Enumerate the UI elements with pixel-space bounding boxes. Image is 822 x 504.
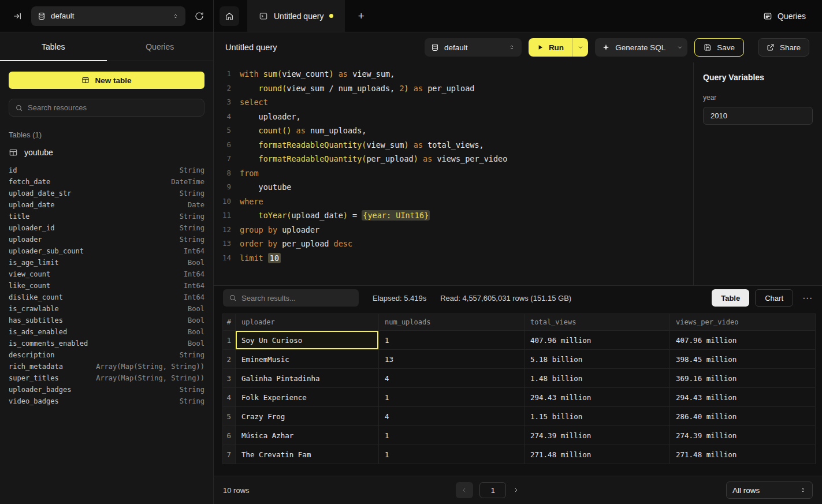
results-column-header[interactable]: uploader — [236, 313, 379, 331]
results-column-header[interactable]: total_views — [525, 313, 670, 331]
table-cell[interactable]: 1 — [379, 388, 525, 407]
code-line: 4 uploader, — [214, 110, 693, 124]
column-item[interactable]: uploader_idString — [9, 222, 204, 234]
column-item[interactable]: view_countInt64 — [9, 268, 204, 280]
column-item[interactable]: is_age_limitBool — [9, 257, 204, 268]
table-cell[interactable]: 271.48 million — [525, 445, 670, 464]
column-item[interactable]: is_comments_enabledBool — [9, 338, 204, 349]
table-cell[interactable]: Folk Experience — [236, 388, 379, 407]
table-cell[interactable]: 1.15 billion — [525, 407, 670, 426]
table-cell[interactable]: 407.96 million — [670, 331, 816, 350]
table-cell[interactable]: The Crevatin Fam — [236, 445, 379, 464]
table-cell[interactable]: 369.16 million — [670, 369, 816, 388]
table-view-button[interactable]: Table — [712, 289, 749, 307]
column-item[interactable]: fetch_dateDateTime — [9, 176, 204, 188]
results-search-input[interactable] — [241, 294, 353, 303]
code-line: 8from — [214, 166, 693, 181]
row-number: 3 — [222, 369, 236, 388]
chart-view-button[interactable]: Chart — [755, 289, 793, 307]
refresh-button[interactable] — [195, 12, 204, 21]
column-name: is_comments_enabled — [9, 339, 88, 348]
share-button[interactable]: Share — [758, 38, 809, 57]
column-item[interactable]: titleString — [9, 211, 204, 222]
run-button[interactable]: Run — [529, 38, 572, 57]
column-item[interactable]: upload_date_strString — [9, 188, 204, 199]
results-column-header[interactable]: # — [222, 313, 236, 331]
page-input[interactable] — [479, 482, 506, 498]
generate-sql-options-button[interactable] — [672, 38, 687, 57]
table-cell[interactable]: Música Azhar — [236, 426, 379, 445]
sql-editor[interactable]: 1with sum(view_count) as view_sum,2 roun… — [214, 62, 693, 285]
table-row: 4Folk Experience1294.43 million294.43 mi… — [222, 388, 816, 407]
table-cell[interactable]: 1.48 billion — [525, 369, 670, 388]
code-line: 12group by uploader — [214, 223, 693, 237]
prev-page-button[interactable] — [456, 482, 473, 498]
home-button[interactable] — [220, 6, 239, 26]
table-cell[interactable]: 274.39 million — [525, 426, 670, 445]
column-name: dislike_count — [9, 293, 63, 301]
table-cell[interactable]: 1 — [379, 331, 525, 350]
table-item-youtube[interactable]: youtube — [9, 145, 204, 160]
table-cell[interactable]: 398.45 million — [670, 350, 816, 369]
column-item[interactable]: video_badgesString — [9, 395, 204, 407]
read-stats-text: Read: 4,557,605,031 rows (151.15 GB) — [440, 294, 571, 303]
column-type: Bool — [188, 259, 204, 267]
app-window: default Untitled query + Queries — [0, 0, 822, 504]
tab-untitled-query[interactable]: Untitled query — [247, 0, 345, 32]
more-options-button[interactable]: ⋯ — [802, 292, 813, 304]
column-item[interactable]: is_crawlableBool — [9, 303, 204, 315]
table-cell[interactable]: Crazy Frog — [236, 407, 379, 426]
save-button[interactable]: Save — [694, 38, 744, 57]
database-selector[interactable]: default — [31, 6, 185, 26]
column-name: is_age_limit — [9, 259, 59, 267]
table-cell[interactable]: Soy Un Curioso — [236, 331, 379, 350]
sidebar-tab-tables[interactable]: Tables — [0, 32, 107, 61]
table-cell[interactable]: Galinha Pintadinha — [236, 369, 379, 388]
table-cell[interactable]: 4 — [379, 407, 525, 426]
topbar-sidebar-section: default — [0, 0, 214, 32]
column-item[interactable]: like_countInt64 — [9, 280, 204, 292]
queries-button[interactable]: Queries — [763, 0, 806, 32]
results-column-header[interactable]: num_uploads — [379, 313, 525, 331]
table-cell[interactable]: 1 — [379, 426, 525, 445]
sidebar-tab-queries[interactable]: Queries — [107, 32, 214, 61]
next-page-button[interactable] — [512, 487, 519, 494]
table-cell[interactable]: 1 — [379, 445, 525, 464]
collapse-sidebar-button[interactable] — [13, 12, 22, 21]
column-item[interactable]: idString — [9, 165, 204, 176]
column-item[interactable]: is_ads_enabledBool — [9, 326, 204, 338]
column-item[interactable]: uploader_badgesString — [9, 384, 204, 395]
column-item[interactable]: has_subtitlesBool — [9, 315, 204, 326]
table-cell[interactable]: 274.39 million — [670, 426, 816, 445]
query-database-selector[interactable]: default — [425, 38, 522, 57]
table-cell[interactable]: EminemMusic — [236, 350, 379, 369]
column-item[interactable]: super_titlesArray(Map(String, String)) — [9, 372, 204, 384]
code-lines: 1with sum(view_count) as view_sum,2 roun… — [214, 67, 693, 265]
new-table-button[interactable]: New table — [9, 72, 204, 89]
column-item[interactable]: descriptionString — [9, 349, 204, 361]
page-size-select[interactable]: All rows — [726, 481, 813, 499]
column-item[interactable]: uploaderString — [9, 234, 204, 245]
table-cell[interactable]: 294.43 million — [525, 388, 670, 407]
table-cell[interactable]: 5.18 billion — [525, 350, 670, 369]
table-cell[interactable]: 4 — [379, 369, 525, 388]
topbar-tabs-section: Untitled query + Queries — [214, 0, 822, 32]
column-item[interactable]: upload_dateDate — [9, 199, 204, 211]
run-button-label: Run — [549, 43, 564, 52]
run-options-button[interactable] — [572, 38, 588, 57]
column-item[interactable]: dislike_countInt64 — [9, 292, 204, 303]
table-cell[interactable]: 286.40 million — [670, 407, 816, 426]
table-cell[interactable]: 294.43 million — [670, 388, 816, 407]
column-item[interactable]: uploader_sub_countInt64 — [9, 245, 204, 257]
generate-sql-button[interactable]: Generate SQL — [595, 38, 672, 57]
results-column-header[interactable]: views_per_video — [670, 313, 816, 331]
new-tab-button[interactable]: + — [353, 8, 369, 24]
variable-input[interactable] — [703, 107, 813, 125]
table-cell[interactable]: 13 — [379, 350, 525, 369]
table-cell[interactable]: 271.48 million — [670, 445, 816, 464]
table-icon — [81, 76, 90, 84]
updown-chevron-icon — [172, 13, 179, 20]
table-cell[interactable]: 407.96 million — [525, 331, 670, 350]
column-item[interactable]: rich_metadataArray(Map(String, String)) — [9, 361, 204, 372]
resource-search-input[interactable] — [28, 103, 198, 112]
